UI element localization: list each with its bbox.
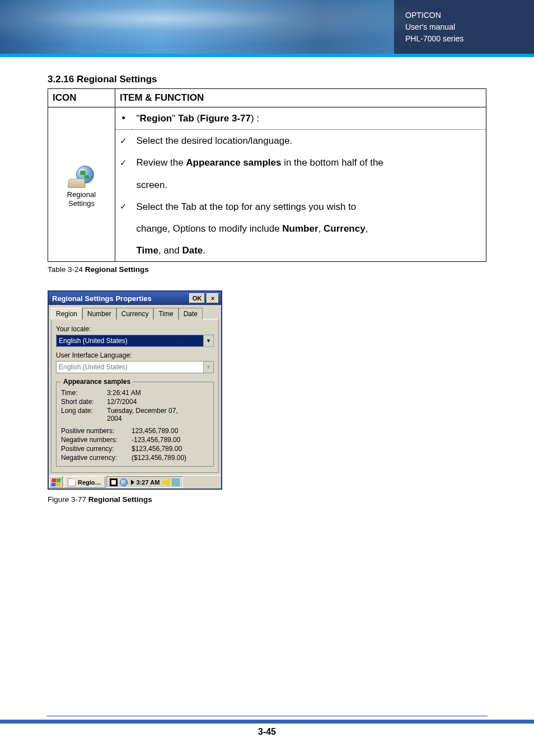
window-titlebar: Regional Settings Properties OK × (49, 292, 221, 305)
ok-button[interactable]: OK (189, 293, 205, 303)
table-header-item: ITEM & FUNCTION (115, 89, 486, 107)
tab-time[interactable]: Time (153, 308, 178, 320)
region-tab-row: "Region" Tab (Figure 3-77) : (132, 107, 486, 130)
tabs-bar: Region Number Currency Time Date (49, 305, 221, 319)
time-value: 3:26:41 AM (107, 389, 209, 397)
network-globe-icon (120, 478, 128, 486)
tab-currency[interactable]: Currency (116, 308, 154, 320)
shortdate-label: Short date: (61, 398, 107, 406)
desktop-icon (172, 478, 180, 486)
page-banner: OPTICON User's manual PHL-7000 series (0, 0, 534, 54)
table-row: change, Options to modify include Number… (132, 218, 486, 240)
document-icon (68, 478, 76, 486)
uilang-select: English (United States) ▼ (56, 361, 214, 373)
tab-date[interactable]: Date (179, 308, 203, 320)
table-row: screen. (132, 174, 486, 196)
windows-logo-icon (51, 478, 61, 486)
taskbar-app-button[interactable]: Regio… (64, 476, 105, 488)
chevron-down-icon: ▼ (203, 361, 213, 373)
chevron-down-icon[interactable]: ▼ (203, 335, 213, 346)
tray-clock: 3:27 AM (137, 479, 160, 486)
footer-divider (46, 716, 488, 716)
longdate-label: Long date: (61, 407, 107, 422)
posnum-label: Positive numbers: (61, 427, 132, 435)
speaker-icon (162, 478, 170, 486)
check-icon: ✓ (120, 158, 127, 167)
globe-icon (68, 166, 95, 188)
locale-label: Your locale: (56, 325, 214, 333)
bullet-icon: • (122, 112, 125, 124)
table-row: Time, and Date. (132, 240, 486, 262)
uilang-label: User Interface Language: (56, 351, 214, 359)
appearance-legend: Appearance samples (61, 378, 133, 386)
page-number: 3-45 (0, 727, 534, 737)
check-icon: ✓ (120, 201, 127, 211)
icon-caption-line2: Settings (53, 199, 110, 208)
table-header-icon: ICON (48, 89, 115, 107)
negcur-value: ($123,456,789.00) (132, 454, 209, 462)
poscur-value: $123,456,789.00 (132, 445, 209, 453)
appearance-samples-group: Appearance samples Time: 3:26:41 AM Shor… (56, 378, 214, 467)
regional-settings-window: Regional Settings Properties OK × Region… (48, 290, 222, 490)
start-button[interactable] (49, 476, 63, 488)
table-caption: Table 3-24 Regional Settings (48, 265, 486, 274)
close-button[interactable]: × (207, 293, 219, 303)
poscur-label: Positive currency: (61, 445, 132, 453)
negnum-label: Negative numbers: (61, 436, 132, 444)
locale-value: English (United States) (57, 335, 203, 346)
uilang-value: English (United States) (57, 361, 203, 373)
system-tray[interactable]: 3:27 AM (106, 476, 184, 488)
posnum-value: 123,456,789.00 (132, 427, 209, 435)
tab-region[interactable]: Region (51, 308, 82, 320)
taskbar-app-label: Regio… (78, 479, 101, 486)
longdate-value: Tuesday, December 07, 2004 (107, 407, 209, 422)
shortdate-value: 12/7/2004 (107, 398, 209, 406)
table-row: Select the Tab at the top for any settin… (132, 196, 486, 218)
table-row: Review the Appearance samples in the bot… (132, 152, 486, 173)
time-label: Time: (61, 389, 107, 397)
window-title-text: Regional Settings Properties (52, 294, 188, 303)
table-row: Select the desired location/language. (132, 130, 486, 152)
icon-caption-line1: Regional (53, 190, 110, 199)
regional-settings-icon-cell: Regional Settings (48, 107, 115, 262)
locale-select[interactable]: English (United States) ▼ (56, 335, 214, 347)
taskbar: Regio… 3:27 AM (49, 475, 221, 489)
figure-caption: Figure 3-77 Regional Settings (48, 495, 486, 504)
tab-number[interactable]: Number (82, 308, 116, 320)
section-heading: 3.2.16 Regional Settings (48, 74, 486, 85)
check-icon: ✓ (120, 136, 127, 145)
function-table: ICON ITEM & FUNCTION Regional Settings • (48, 88, 486, 262)
footer-bar (0, 720, 534, 724)
negcur-label: Negative currency: (61, 454, 132, 462)
power-icon (110, 478, 118, 486)
play-icon (131, 480, 134, 485)
negnum-value: -123,456,789.00 (132, 436, 209, 444)
